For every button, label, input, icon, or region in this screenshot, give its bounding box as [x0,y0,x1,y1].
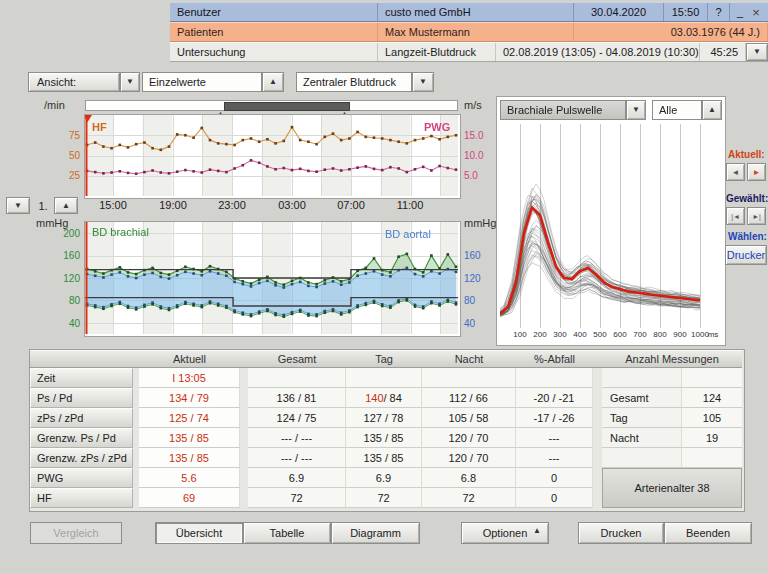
tab-diagramm[interactable]: Diagramm [331,522,420,544]
anzahl-row: Nacht 19 [602,428,742,448]
pulse-chart-canvas [500,124,720,328]
step-next-icon: ►| [752,213,761,220]
next-icon: ► [753,168,761,177]
anzahl-value: 105 [682,408,742,428]
selected-prev-button[interactable]: |◄ [726,207,745,225]
brachial-series-label: BD brachial [92,226,149,238]
bp-right-unit: mmHg [464,217,496,229]
col-nacht: Nacht [422,350,516,368]
cell: 125 / 74 [139,408,240,428]
row-label: Ps / Pd [30,388,133,408]
pulse-source-dropdown-button[interactable]: ▼ [626,100,646,120]
view-mode-combo[interactable]: Einzelwerte ▲ [142,72,284,92]
cell: 135 / 85 [346,448,422,468]
exam-dropdown-button[interactable]: ▼ [746,43,768,61]
tab-tabelle[interactable]: Tabelle [243,522,331,544]
view-type-combo[interactable]: Zentraler Blutdruck ▼ [296,72,434,92]
aortal-series-label: BD aortal [385,228,431,240]
page-prev-button[interactable]: ▼ [6,197,30,214]
row-label: Grenzw. Ps / Pd [30,428,133,448]
time-label: 19:00 [153,199,193,211]
gewaehlt-label: Gewählt: [726,193,768,204]
pulse-filter-value: Alle [652,100,702,120]
optionen-button[interactable]: Optionen ▲ [461,522,549,544]
arterienalter-badge: Arterienalter 38 [602,468,742,508]
selected-next-button[interactable]: ►| [747,207,766,225]
current-time: 15:50 [664,3,708,21]
trend-scrollbar-thumb[interactable] [224,102,350,111]
time-label: 07:00 [331,199,371,211]
help-icon[interactable]: ? [708,3,730,21]
bp-tick: 200 [42,228,80,239]
chevron-down-icon: ▼ [632,106,640,114]
prev-icon: ◄ [732,168,740,177]
anzahl-row: Gesamt 124 [602,388,742,408]
cell [346,368,422,388]
drucken-button[interactable]: Drucken [578,522,664,544]
bp-tick: 120 [464,273,481,284]
cell: 135 / 85 [139,428,240,448]
trend-tick: 15.0 [464,130,483,141]
close-icon[interactable]: × [746,3,766,21]
cell: 0 [516,488,593,508]
user-name: custo med GmbH [378,3,574,21]
view-mode-up-button[interactable]: ▲ [262,72,284,92]
table-header-row: Aktuell Gesamt Tag Nacht %-Abfall Anzahl… [30,350,742,368]
patient-birthdate: 03.03.1976 (44 J.) [574,23,768,41]
cell: 5.6 [139,468,240,488]
pulse-filter-combo[interactable]: Alle ▲ [652,100,722,120]
col-tag: Tag [346,350,422,368]
ansicht-dropdown-button[interactable]: ▼ [120,72,140,92]
chevron-up-icon: ▲ [533,527,541,535]
cell: -17 / -26 [516,408,593,428]
cell: 127 / 78 [346,408,422,428]
cell: --- / --- [248,448,346,468]
row-label: Grenzw. zPs / zPd [30,448,133,468]
page-next-button[interactable]: ▲ [54,197,78,214]
trend-scrollbar[interactable] [85,100,458,111]
bp-tick: 40 [42,318,80,329]
cell: 134 / 79 [139,388,240,408]
pulse-source-value: Brachiale Pulswelle [500,100,626,120]
cell: --- / --- [248,428,346,448]
exam-range: 02.08.2019 (13:05) - 04.08.2019 (10:30) [496,43,700,61]
view-type-value: Zentraler Blutdruck [296,72,412,92]
cell: 112 / 66 [422,388,516,408]
exam-row: Untersuchung Langzeit-Blutdruck 02.08.20… [170,42,768,62]
col-anzahl: Anzahl Messungen [602,350,742,368]
chevron-down-icon: ▼ [419,78,427,86]
vergleich-button[interactable]: Vergleich [30,522,122,544]
trend-chart-canvas [85,115,458,196]
trend-tick: 75 [42,130,80,141]
cell [422,368,516,388]
col-gesamt: Gesamt [248,350,346,368]
beenden-button[interactable]: Beenden [664,522,752,544]
cell: 140 / 84 [346,388,422,408]
col-aktuell: Aktuell [139,350,240,368]
anzahl-value: 19 [682,428,742,448]
drucker-button[interactable]: Drucker [725,245,767,265]
cell: 0 [516,468,593,488]
view-type-dropdown-button[interactable]: ▼ [412,72,434,92]
bp-tick: 160 [42,250,80,261]
pulse-filter-up-button[interactable]: ▲ [702,100,722,120]
anzahl-value: 124 [682,388,742,408]
cell: 6.9 [346,468,422,488]
tab-uebersicht[interactable]: Übersicht [155,522,243,544]
trend-tick: 5.0 [464,170,478,181]
current-date: 30.04.2020 [574,3,664,21]
cell: 6.9 [248,468,346,488]
page-indicator: 1. [34,200,52,212]
chevron-up-icon: ▲ [62,202,70,210]
chevron-up-icon: ▲ [708,106,716,114]
ansicht-label: Ansicht: [28,72,120,92]
patient-row: Patienten Max Mustermann 03.03.1976 (44 … [170,22,768,42]
row-label: HF [30,488,133,508]
chevron-down-icon: ▼ [14,202,22,210]
current-next-button[interactable]: ► [747,163,766,181]
pulse-source-combo[interactable]: Brachiale Pulswelle ▼ [500,100,646,120]
app-window: Benutzer custo med GmbH 30.04.2020 15:50… [0,0,768,574]
ansicht-combo[interactable]: Ansicht: ▼ [28,72,140,92]
hf-series-label: HF [92,121,107,133]
current-prev-button[interactable]: ◄ [726,163,745,181]
